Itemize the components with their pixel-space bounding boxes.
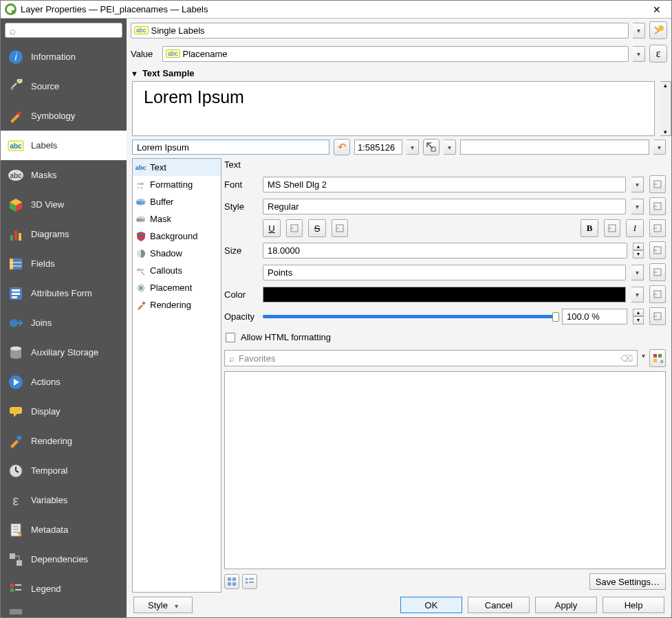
svg-text:a: a [660, 358, 663, 364]
reset-sample-button[interactable]: ↶ [334, 139, 350, 155]
sidebar-item-actions[interactable]: Actions [1, 367, 127, 397]
sidebar-item-label: Actions [31, 377, 61, 387]
svg-rect-70 [232, 577, 236, 581]
style-select[interactable]: Regular [263, 199, 626, 214]
sidebar-item-dependencies[interactable]: Dependencies [1, 544, 127, 574]
tab-mask[interactable]: abcMask [133, 210, 221, 228]
font-dropdown-arrow[interactable] [631, 177, 644, 192]
bold-data-defined-button[interactable] [604, 219, 620, 237]
main-panel: abc Single Labels Value abc Placename ε [127, 19, 671, 617]
sidebar-item-3dview[interactable]: 3D View [1, 190, 127, 219]
sidebar-item-attributes-form[interactable]: Attributes Form [1, 278, 127, 308]
style-menu-button[interactable]: Style [133, 597, 193, 613]
value-combo[interactable]: abc Placename [162, 46, 629, 62]
sidebar-item-source[interactable]: Source [1, 71, 127, 101]
style-value: Regular [268, 201, 299, 212]
size-unit-select[interactable]: Points [263, 265, 626, 280]
strikeout-data-defined-button[interactable] [332, 219, 348, 237]
favorites-filter[interactable]: ⌕ Favorites ⌫ [224, 350, 638, 366]
italic-button[interactable]: I [626, 219, 644, 237]
sidebar-item-labels[interactable]: abcLabels [1, 131, 127, 160]
save-settings-button[interactable]: Save Settings… [589, 573, 666, 590]
tab-callouts[interactable]: abcCallouts [133, 262, 221, 279]
sidebar-item-display[interactable]: Display [1, 397, 127, 426]
svg-rect-50 [138, 234, 144, 236]
opacity-slider[interactable] [263, 315, 556, 318]
strikeout-button[interactable]: S [308, 219, 326, 237]
sidebar-item-label: Fields [31, 258, 55, 269]
sidebar-item-diagrams[interactable]: Diagrams [1, 219, 127, 249]
color-swatch[interactable] [263, 287, 626, 302]
font-row: Font MS Shell Dlg 2 [224, 175, 666, 193]
style-data-defined-button[interactable] [649, 197, 666, 215]
sidebar-item-joins[interactable]: Joins [1, 308, 127, 338]
color-data-defined-button[interactable] [649, 285, 666, 303]
size-unit-dropdown-arrow[interactable] [631, 265, 644, 280]
favorites-list[interactable] [224, 371, 666, 569]
list-view-button[interactable] [242, 574, 257, 589]
clear-icon[interactable]: ⌫ [620, 353, 633, 364]
opacity-spinner[interactable]: ▴▾ [633, 309, 644, 324]
sample-preview-text: Lorem Ipsum [133, 82, 654, 113]
html-formatting-checkbox[interactable]: Allow HTML formatting [224, 329, 666, 345]
close-button[interactable]: ✕ [647, 4, 667, 15]
map-preview-dropdown-arrow[interactable] [444, 140, 456, 155]
help-button[interactable]: Help [603, 597, 664, 613]
sidebar-item-variables[interactable]: εVariables [1, 485, 127, 515]
sidebar-item-rendering[interactable]: Rendering [1, 426, 127, 456]
size-spinner[interactable]: ▴▾ [633, 243, 644, 258]
size-unit-data-defined-button[interactable] [649, 263, 666, 281]
favorites-dropdown-arrow[interactable] [642, 350, 645, 366]
tab-buffer[interactable]: abcBuffer [133, 193, 221, 210]
label-mode-combo[interactable]: abc Single Labels [131, 23, 629, 38]
scale-combo[interactable]: 1:585126 [354, 140, 402, 155]
tab-text[interactable]: abcText [133, 159, 221, 176]
expression-button[interactable]: ε [649, 45, 667, 63]
sample-text-input[interactable] [132, 140, 329, 155]
style-label: Style [148, 600, 168, 610]
opacity-data-defined-button[interactable] [649, 307, 666, 325]
background-color-dropdown-arrow[interactable] [653, 140, 666, 155]
sidebar-item-legend[interactable]: Legend [1, 574, 127, 604]
value-dropdown-arrow[interactable] [633, 46, 645, 62]
sidebar-item-symbology[interactable]: Symbology [1, 101, 127, 131]
opacity-input[interactable]: 100.0 % [562, 309, 627, 324]
svg-text:abc: abc [137, 267, 144, 272]
style-dropdown-arrow[interactable] [631, 199, 644, 214]
label-mode-dropdown-arrow[interactable] [633, 23, 645, 38]
italic-data-defined-button[interactable] [649, 219, 666, 237]
sidebar-item-auxiliary[interactable]: Auxiliary Storage [1, 338, 127, 367]
underline-button[interactable]: U [263, 219, 281, 237]
tab-formatting[interactable]: +ab< cFormatting [133, 176, 221, 193]
font-data-defined-button[interactable] [649, 175, 666, 193]
tab-shadow[interactable]: Shadow [133, 245, 221, 262]
bold-button[interactable]: B [581, 219, 598, 237]
sidebar-item-fields[interactable]: Fields [1, 249, 127, 278]
apply-button[interactable]: Apply [535, 597, 597, 613]
font-select[interactable]: MS Shell Dlg 2 [263, 177, 626, 192]
sample-scrollbar[interactable]: ▴▾ [660, 81, 671, 136]
text-sample-header[interactable]: ▼ Text Sample [127, 65, 671, 81]
sidebar-item-cut[interactable] [1, 604, 127, 617]
sidebar-item-temporal[interactable]: Temporal [1, 456, 127, 485]
color-dropdown-arrow[interactable] [631, 287, 644, 302]
cancel-button[interactable]: Cancel [468, 597, 530, 613]
background-color-box[interactable] [460, 140, 649, 155]
sidebar-item-metadata[interactable]: Metadata [1, 515, 127, 544]
underline-data-defined-button[interactable] [286, 219, 303, 237]
favorites-tag-button[interactable]: a [649, 349, 666, 367]
tab-placement[interactable]: Placement [133, 279, 221, 296]
size-data-defined-button[interactable] [649, 241, 666, 259]
label-engine-button[interactable] [649, 21, 667, 39]
tab-background[interactable]: Background [133, 228, 221, 245]
size-input[interactable]: 18.0000 [263, 243, 627, 258]
sidebar-search[interactable]: ⌕ [5, 23, 122, 38]
ok-button[interactable]: OK [400, 597, 462, 613]
scale-dropdown-arrow[interactable] [407, 140, 419, 155]
font-value: MS Shell Dlg 2 [268, 179, 327, 190]
tab-rendering[interactable]: Rendering [133, 296, 221, 313]
grid-view-button[interactable] [224, 574, 239, 589]
sidebar-item-information[interactable]: iInformation [1, 42, 127, 71]
sidebar-item-masks[interactable]: abcMasks [1, 160, 127, 190]
map-preview-button[interactable] [423, 139, 440, 155]
